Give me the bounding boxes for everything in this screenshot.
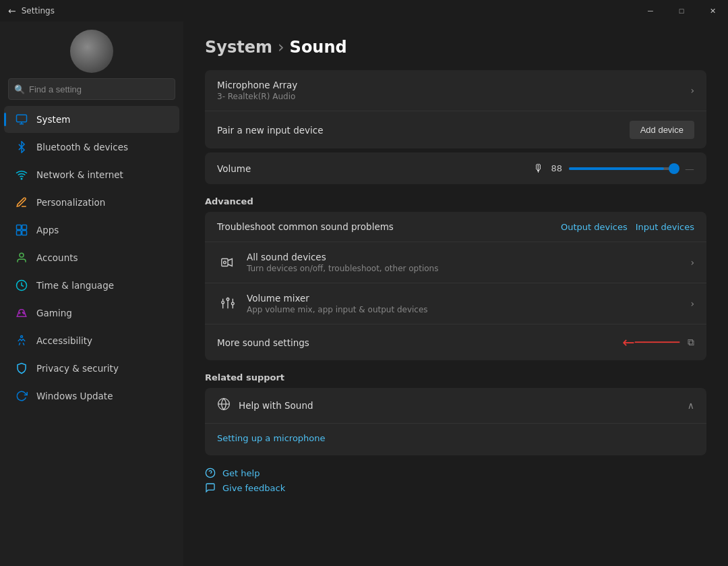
output-devices-link[interactable]: Output devices	[561, 222, 628, 232]
app-body: 🔍 System Bluetooth & devices N	[0, 22, 728, 566]
main-content: System › Sound Microphone Array 3- Realt…	[183, 22, 728, 566]
titlebar-controls: ─ □ ✕	[635, 0, 728, 22]
help-header[interactable]: Help with Sound ∧	[205, 388, 706, 424]
sidebar-item-network[interactable]: Network & internet	[4, 161, 179, 188]
search-input[interactable]	[29, 84, 169, 94]
all-sound-devices-row[interactable]: All sound devices Turn devices on/off, t…	[205, 242, 706, 283]
back-icon[interactable]: ←	[8, 5, 16, 16]
pair-device-row: Pair a new input device Add device	[205, 111, 706, 148]
sidebar-item-bluetooth[interactable]: Bluetooth & devices	[4, 134, 179, 161]
setting-up-microphone-link[interactable]: Setting up a microphone	[217, 430, 326, 446]
volume-mixer-row[interactable]: Volume mixer App volume mix, app input &…	[205, 283, 706, 324]
input-device-card: Microphone Array 3- Realtek(R) Audio › P…	[205, 70, 706, 148]
input-devices-link[interactable]: Input devices	[636, 222, 694, 232]
gaming-icon	[15, 306, 28, 320]
accessibility-icon	[15, 334, 28, 347]
volume-slider[interactable]	[569, 167, 677, 170]
maximize-button[interactable]: □	[666, 0, 697, 22]
give-feedback-link[interactable]: Give feedback	[205, 482, 706, 493]
volume-fill	[569, 167, 664, 170]
troubleshoot-links: Output devices Input devices	[561, 222, 694, 232]
all-sound-devices-info: All sound devices Turn devices on/off, t…	[247, 252, 682, 273]
system-icon	[15, 113, 28, 126]
svg-point-3	[21, 178, 22, 179]
volume-thumb	[669, 163, 679, 174]
sidebar-item-label: Time & language	[36, 280, 114, 291]
sidebar-item-personalization[interactable]: Personalization	[4, 189, 179, 216]
network-icon	[15, 168, 28, 181]
sidebar: 🔍 System Bluetooth & devices N	[0, 22, 183, 566]
svg-rect-0	[17, 115, 27, 122]
svg-rect-5	[22, 225, 27, 230]
titlebar: ← Settings ─ □ ✕	[0, 0, 728, 22]
chevron-right-icon: ›	[690, 85, 694, 96]
pair-device-info: Pair a new input device	[217, 125, 621, 136]
volume-end-icon: —	[685, 163, 694, 174]
sidebar-search-box: 🔍	[8, 78, 175, 100]
breadcrumb-separator: ›	[278, 38, 284, 57]
titlebar-left: ← Settings	[8, 5, 55, 16]
sidebar-item-label: System	[36, 114, 70, 125]
svg-point-19	[222, 301, 224, 304]
footer-links: Get help Give feedback	[205, 468, 706, 493]
microphone-icon: 🎙	[533, 162, 544, 175]
apps-icon	[15, 223, 28, 237]
breadcrumb: System › Sound	[205, 38, 706, 57]
sidebar-item-label: Gaming	[36, 308, 72, 318]
get-help-icon	[205, 468, 216, 478]
external-link-icon: ⧉	[688, 337, 694, 348]
svg-point-16	[224, 261, 226, 264]
volume-mixer-sub: App volume mix, app input & output devic…	[247, 305, 682, 314]
microphone-sub: 3- Realtek(R) Audio	[217, 92, 682, 101]
app-title: Settings	[22, 6, 55, 16]
all-sound-devices-title: All sound devices	[247, 252, 682, 262]
sidebar-item-accessibility[interactable]: Accessibility	[4, 327, 179, 354]
microphone-name: Microphone Array	[217, 80, 682, 90]
avatar	[70, 30, 113, 73]
sidebar-item-apps[interactable]: Apps	[4, 217, 179, 244]
svg-rect-6	[17, 231, 22, 235]
add-device-right: Add device	[630, 121, 694, 139]
troubleshoot-row: Troubleshoot common sound problems Outpu…	[205, 212, 706, 242]
microphone-row[interactable]: Microphone Array 3- Realtek(R) Audio ›	[205, 70, 706, 111]
sidebar-item-system[interactable]: System	[4, 106, 179, 133]
sidebar-item-label: Privacy & security	[36, 363, 119, 374]
sidebar-item-time[interactable]: Time & language	[4, 272, 179, 299]
svg-rect-4	[17, 225, 22, 230]
sidebar-item-accounts[interactable]: Accounts	[4, 244, 179, 271]
personalization-icon	[15, 196, 28, 209]
help-card: Help with Sound ∧ Setting up a microphon…	[205, 388, 706, 455]
minimize-button[interactable]: ─	[635, 0, 666, 22]
microphone-chevron: ›	[690, 85, 694, 96]
time-icon	[15, 279, 28, 292]
sidebar-item-privacy[interactable]: Privacy & security	[4, 355, 179, 382]
help-with-sound-label: Help with Sound	[239, 400, 679, 411]
svg-point-14	[21, 336, 23, 338]
pair-device-label: Pair a new input device	[217, 125, 621, 136]
svg-point-25	[232, 302, 235, 305]
volume-label: Volume	[217, 163, 525, 174]
search-icon: 🔍	[14, 84, 25, 94]
add-device-button[interactable]: Add device	[630, 121, 694, 139]
sidebar-item-windows-update[interactable]: Windows Update	[4, 383, 179, 409]
volume-controls: 🎙 88 —	[533, 162, 694, 175]
advanced-heading: Advanced	[205, 196, 706, 206]
sidebar-item-label: Accounts	[36, 252, 78, 263]
more-sound-settings-row[interactable]: More sound settings ←───── ⧉	[205, 324, 706, 360]
breadcrumb-parent[interactable]: System	[205, 38, 272, 57]
get-help-label: Get help	[222, 468, 260, 478]
volume-mixer-icon	[217, 293, 239, 314]
more-sound-left: More sound settings ←─────	[217, 334, 679, 351]
breadcrumb-current: Sound	[290, 38, 347, 57]
all-sound-devices-icon	[217, 252, 239, 273]
get-help-link[interactable]: Get help	[205, 468, 706, 478]
more-sound-label: More sound settings	[217, 337, 611, 348]
sidebar-item-gaming[interactable]: Gaming	[4, 300, 179, 327]
sidebar-item-label: Bluetooth & devices	[36, 142, 128, 152]
privacy-icon	[15, 362, 28, 375]
close-button[interactable]: ✕	[697, 0, 728, 22]
give-feedback-icon	[205, 482, 216, 493]
sidebar-item-label: Apps	[36, 225, 59, 235]
volume-row: Volume 🎙 88 —	[205, 152, 706, 184]
windows-update-icon	[15, 389, 28, 403]
